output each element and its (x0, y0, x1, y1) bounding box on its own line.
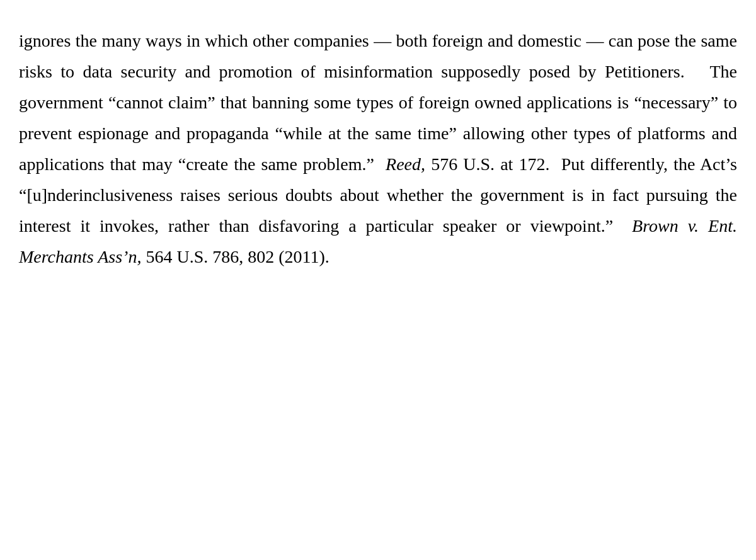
legal-text-block: ignores the many ways in which other com… (19, 25, 737, 272)
reed-citation: Reed, (386, 154, 425, 174)
page-container: ignores the many ways in which other com… (0, 0, 756, 560)
main-paragraph: ignores the many ways in which other com… (19, 25, 737, 272)
brown-citation: Brown v. Ent. Merchants Ass’n, (19, 216, 737, 266)
